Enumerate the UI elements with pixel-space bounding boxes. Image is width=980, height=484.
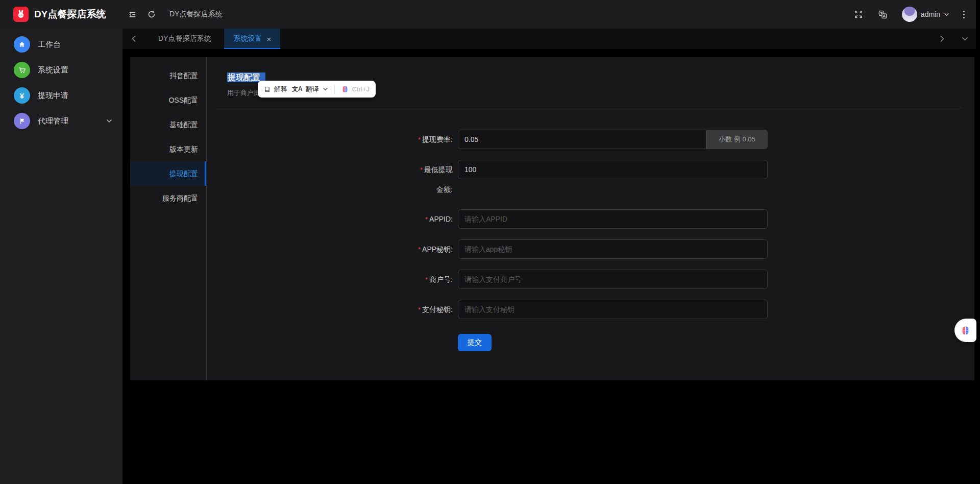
selection-toolbar-popup: 解释 文A 翻译 Ctrl+J xyxy=(258,81,376,98)
field-label: *支付秘钥: xyxy=(414,300,453,320)
ai-shortcut-button[interactable]: Ctrl+J xyxy=(341,85,370,93)
pay-secret-input[interactable] xyxy=(458,300,768,319)
content-card: 抖音配置 OSS配置 基础配置 版本更新 提现配置 服务商配置 提现配置 用于商… xyxy=(130,57,974,380)
form-row-rate: *提现费率: 小数 例 0.05 xyxy=(414,130,962,150)
tabs-collapse-icon[interactable] xyxy=(953,29,976,49)
divider xyxy=(216,107,962,107)
required-mark: * xyxy=(420,166,423,174)
home-icon xyxy=(14,36,30,53)
popup-divider xyxy=(334,85,335,94)
input-addon-hint: 小数 例 0.05 xyxy=(706,130,768,149)
settings-menu-item-withdraw[interactable]: 提现配置 xyxy=(130,161,206,186)
field-label: *最低提现金额: xyxy=(414,160,453,199)
translate-zi-icon: 文A xyxy=(292,85,303,93)
brain-icon xyxy=(960,325,971,336)
header-actions: admin xyxy=(849,5,980,24)
breadcrumb[interactable]: DY点餐探店系统 xyxy=(169,10,222,19)
form-row-min-amount: *最低提现金额: xyxy=(414,160,962,199)
settings-menu-item-version[interactable]: 版本更新 xyxy=(130,137,206,161)
tab-close-icon[interactable]: × xyxy=(266,35,271,43)
tabs-forward-icon[interactable] xyxy=(931,29,953,49)
field-label: *APP秘钥: xyxy=(414,239,453,259)
rabbit-logo-icon xyxy=(13,7,29,22)
required-mark: * xyxy=(418,246,421,253)
explain-button[interactable]: 解释 xyxy=(264,85,287,94)
sidebar-item-label: 提现申请 xyxy=(38,91,68,101)
settings-menu: 抖音配置 OSS配置 基础配置 版本更新 提现配置 服务商配置 xyxy=(130,57,207,380)
settings-menu-item-oss[interactable]: OSS配置 xyxy=(130,88,206,112)
top-header: DY点餐探店系统 DY点餐探店系统 xyxy=(0,0,980,29)
popup-chevron-down-icon[interactable] xyxy=(323,87,328,91)
field-label: *提现费率: xyxy=(414,130,453,150)
form-row-appid: *APPID: xyxy=(414,209,962,229)
form-row-pay-secret: *支付秘钥: xyxy=(414,300,962,320)
cart-icon xyxy=(14,62,30,78)
brain-icon xyxy=(341,85,349,93)
required-mark: * xyxy=(418,306,421,313)
sidebar-item-label: 系统设置 xyxy=(38,65,68,75)
chevron-down-icon xyxy=(106,119,112,123)
settings-menu-item-provider[interactable]: 服务商配置 xyxy=(130,186,206,210)
sidebar-item-label: 代理管理 xyxy=(38,116,68,126)
withdraw-config-pane: 提现配置 用于商户提现费率等场景。 *提现费率: 小数 例 0.05 *最低提现… xyxy=(207,57,974,380)
flag-icon xyxy=(14,113,30,129)
submit-button[interactable]: 提交 xyxy=(458,334,492,351)
yen-icon: ¥ xyxy=(14,87,30,104)
field-label: *APPID: xyxy=(414,209,453,229)
shortcut-label: Ctrl+J xyxy=(352,85,370,93)
user-caret-icon xyxy=(944,13,949,16)
sidebar-item-workbench[interactable]: 工作台 xyxy=(0,32,122,57)
app-title: DY点餐探店系统 xyxy=(34,8,106,21)
ai-assistant-fab[interactable] xyxy=(954,319,976,342)
app-logo: DY点餐探店系统 xyxy=(0,7,122,22)
settings-menu-item-douyin[interactable]: 抖音配置 xyxy=(130,63,206,88)
tab-actions xyxy=(931,29,976,49)
merchant-id-input[interactable] xyxy=(458,270,768,289)
tabs-back-icon[interactable] xyxy=(122,29,145,49)
refresh-icon[interactable] xyxy=(142,5,161,24)
appid-input[interactable] xyxy=(458,209,768,229)
min-withdraw-amount-input[interactable] xyxy=(458,160,768,179)
tab-bar: DY点餐探店系统 系统设置 × xyxy=(122,29,976,49)
translate-button[interactable]: 文A 翻译 xyxy=(292,85,319,94)
tab-system-settings[interactable]: 系统设置 × xyxy=(224,29,280,49)
field-label: *商户号: xyxy=(414,270,453,289)
main-sidebar: 工作台 系统设置 ¥ 提现申请 代理管理 xyxy=(0,29,122,484)
avatar[interactable] xyxy=(902,7,917,22)
required-mark: * xyxy=(425,276,428,283)
sidebar-item-system-settings[interactable]: 系统设置 xyxy=(0,57,122,83)
book-icon xyxy=(264,86,271,93)
form-row-app-secret: *APP秘钥: xyxy=(414,239,962,259)
form-row-merchant-id: *商户号: xyxy=(414,270,962,289)
tab-home[interactable]: DY点餐探店系统 xyxy=(145,29,224,49)
kebab-menu-icon[interactable] xyxy=(954,5,973,23)
required-mark: * xyxy=(425,215,428,223)
fullscreen-icon[interactable] xyxy=(849,5,868,24)
withdraw-config-form: *提现费率: 小数 例 0.05 *最低提现金额: *APPID: xyxy=(216,130,962,351)
translate-icon[interactable] xyxy=(873,5,893,24)
settings-menu-item-basic[interactable]: 基础配置 xyxy=(130,112,206,137)
menu-collapse-icon[interactable] xyxy=(122,5,142,24)
submit-row: 提交 xyxy=(458,334,962,351)
user-menu[interactable]: admin xyxy=(898,7,949,22)
app-secret-input[interactable] xyxy=(458,239,768,259)
sidebar-item-agent-management[interactable]: 代理管理 xyxy=(0,108,122,134)
required-mark: * xyxy=(418,136,421,143)
sidebar-item-label: 工作台 xyxy=(38,40,61,50)
withdraw-rate-input[interactable] xyxy=(458,130,706,149)
username: admin xyxy=(921,10,940,18)
app-window: DY点餐探店系统 DY点餐探店系统 xyxy=(0,0,980,484)
sidebar-item-withdraw-request[interactable]: ¥ 提现申请 xyxy=(0,83,122,108)
right-edge-strip xyxy=(976,0,980,484)
